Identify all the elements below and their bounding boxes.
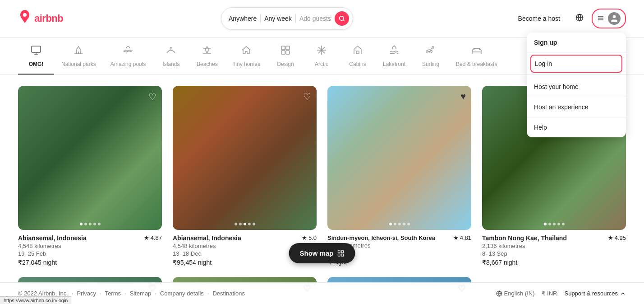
listing-location-3: Sindun-myeon, Icheon-si, South Korea [327, 234, 435, 241]
arctic-icon [316, 45, 327, 58]
listing-card-3[interactable]: ♥ Sindun-myeon, Icheon-si, South Korea ★… [327, 86, 471, 266]
listing-location-4: Tambon Nong Kae, Thailand [482, 234, 567, 242]
url-hint-text: https://www.airbnb.co.in/login [4, 298, 68, 303]
listing-image-2: ♡ [173, 86, 317, 230]
listing-info-4: Tambon Nong Kae, Thailand ★ 4.95 2,136 k… [482, 230, 626, 266]
wishlist-bottom-1[interactable]: ♡ [148, 282, 156, 293]
tiny-homes-icon [241, 45, 252, 58]
beaches-icon [202, 45, 212, 58]
category-islands[interactable]: Islands [153, 45, 189, 75]
globe-button[interactable] [571, 9, 588, 28]
category-label-omg: OMG! [29, 61, 44, 67]
dot-2-2 [239, 223, 242, 225]
dot-2-1 [235, 223, 237, 225]
search-divider-2 [295, 14, 296, 23]
become-host-link[interactable]: Become a host [511, 10, 567, 27]
category-label-islands: Islands [162, 61, 179, 67]
footer-destinations[interactable]: Destinations [212, 290, 245, 297]
wishlist-button-2[interactable]: ♡ [303, 91, 311, 102]
dropdown-host-experience[interactable]: Host an experience [527, 97, 626, 117]
category-label-design: Design [277, 61, 294, 67]
footer-language[interactable]: English (IN) [496, 290, 535, 297]
dot-2-3 [244, 223, 246, 225]
footer-copyright: © 2022 Airbnb, Inc. [18, 290, 68, 297]
footer-privacy[interactable]: Privacy [77, 290, 96, 297]
category-bed-breakfasts[interactable]: Bed & breakfasts [449, 45, 504, 75]
search-bar[interactable]: Anywhere Any week Add guests [221, 7, 353, 30]
dropdown-login[interactable]: Log in [530, 55, 622, 73]
listing-price-4: ₹8,667 night [482, 259, 626, 266]
listing-dates-4: 8–13 Sep [482, 250, 626, 257]
bed-breakfasts-icon [471, 45, 482, 58]
svg-rect-11 [356, 51, 359, 54]
category-surfing[interactable]: Surfing [413, 45, 449, 75]
dot-2-4 [248, 223, 251, 225]
listing-title-row-3: Sindun-myeon, Icheon-si, South Korea ★ 4… [327, 234, 471, 241]
show-map-button[interactable]: Show map [289, 243, 355, 263]
price-unit-1: night [43, 259, 57, 266]
category-cabins[interactable]: Cabins [340, 45, 376, 75]
footer-dot-3: · [124, 290, 126, 297]
category-label-beaches: Beaches [197, 61, 218, 67]
category-label-cabins: Cabins [349, 61, 366, 67]
search-guests[interactable]: Add guests [299, 15, 331, 22]
category-arctic[interactable]: Arctic [304, 45, 340, 75]
search-dates[interactable]: Any week [264, 15, 292, 22]
dropdown-signup[interactable]: Sign up [527, 33, 626, 53]
search-location[interactable]: Anywhere [229, 15, 257, 22]
dot-1-4 [93, 223, 96, 225]
category-lakefront[interactable]: Lakefront [376, 45, 413, 75]
listing-rating-4: ★ 4.95 [608, 234, 626, 241]
footer-currency[interactable]: ₹ INR [542, 290, 557, 297]
url-hint-bar: https://www.airbnb.co.in/login [0, 296, 71, 304]
category-tiny-homes[interactable]: Tiny homes [225, 45, 267, 75]
footer-right: English (IN) ₹ INR Support & resources [496, 290, 626, 297]
wishlist-button-1[interactable]: ♡ [148, 91, 156, 102]
footer-terms[interactable]: Terms [105, 290, 121, 297]
omg-icon [31, 45, 41, 58]
wishlist-button-3[interactable]: ♥ [460, 91, 466, 102]
category-amazing-pools[interactable]: Amazing pools [103, 45, 153, 75]
listing-card-2[interactable]: ♡ Abiansemal, Indonesia ★ 5.0 4 [173, 86, 317, 266]
svg-rect-8 [286, 46, 290, 50]
category-beaches[interactable]: Beaches [189, 45, 225, 75]
search-divider [260, 14, 261, 23]
national-parks-icon [73, 45, 84, 58]
footer-dot-1: · [72, 290, 74, 297]
footer-company-details[interactable]: Company details [160, 290, 204, 297]
category-label-national-parks: National parks [61, 61, 96, 67]
cabins-icon [352, 45, 363, 58]
dot-1-3 [89, 223, 92, 225]
category-national-parks[interactable]: National parks [54, 45, 103, 75]
footer-support-resources[interactable]: Support & resources [564, 290, 626, 297]
user-avatar [608, 12, 621, 25]
listing-location-1: Abiansemal, Indonesia [18, 234, 87, 242]
dropdown-host-home[interactable]: Host your home [527, 77, 626, 97]
dropdown-menu: Sign up Log in Host your home Host an ex… [527, 33, 626, 137]
wishlist-bottom-3[interactable]: ♡ [458, 282, 466, 293]
search-button[interactable] [335, 11, 349, 26]
amazing-pools-icon [123, 45, 133, 58]
dot-3-3 [398, 223, 401, 225]
listing-card-1[interactable]: ♡ Abiansemal, Indonesia ★ 4.87 [18, 86, 162, 266]
footer-globe-icon [496, 290, 502, 297]
star-icon-4: ★ [608, 234, 613, 241]
listing-info-1: Abiansemal, Indonesia ★ 4.87 4,548 kilom… [18, 230, 162, 266]
logo[interactable]: airbnb [18, 10, 63, 28]
dot-1-1 [80, 223, 83, 225]
category-omg[interactable]: OMG! [18, 45, 54, 75]
dot-3-5 [407, 223, 410, 225]
header: airbnb Anywhere Any week Add guests Beco… [0, 0, 644, 37]
dot-1-5 [98, 223, 101, 225]
surfing-icon [425, 45, 436, 58]
dot-4-2 [548, 223, 551, 225]
star-icon-1: ★ [144, 234, 149, 241]
chevron-up-icon [620, 290, 626, 297]
dot-1-2 [84, 223, 87, 225]
category-design[interactable]: Design [267, 45, 304, 75]
user-menu-button[interactable] [592, 9, 626, 28]
listing-dates-1: 19–25 Feb [18, 250, 162, 257]
wishlist-bottom-2[interactable]: ♡ [303, 282, 311, 293]
svg-rect-15 [338, 254, 340, 256]
dropdown-help[interactable]: Help [527, 117, 626, 137]
